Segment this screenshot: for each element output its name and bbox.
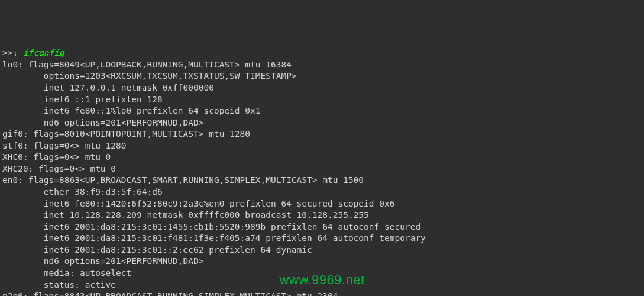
output-line: inet 127.0.0.1 netmask 0xff000000 xyxy=(2,83,214,92)
output-line: status: active xyxy=(2,280,116,289)
output-line: inet 10.128.228.209 netmask 0xffffc000 b… xyxy=(2,210,369,220)
terminal-output[interactable]: >>: ifconfig lo0: flags=8049<UP,LOOPBACK… xyxy=(2,47,642,296)
output-line: inet6 2001:da8:215:3c01:f481:1f3e:f405:a… xyxy=(2,233,426,243)
output-line: inet6 2001:da8:215:3c01::2:ec62 prefixle… xyxy=(2,245,312,255)
output-line: p2p0: flags=8843<UP,BROADCAST,RUNNING,SI… xyxy=(2,291,338,296)
output-line: media: autoselect xyxy=(2,268,131,278)
output-line: lo0: flags=8049<UP,LOOPBACK,RUNNING,MULT… xyxy=(2,60,292,69)
output-line: nd6 options=201<PERFORMNUD,DAD> xyxy=(2,256,203,266)
output-line: inet6 ::1 prefixlen 128 xyxy=(2,95,163,104)
output-line: stf0: flags=0<> mtu 1280 xyxy=(2,141,127,150)
output-line: gif0: flags=8010<POINTOPOINT,MULTICAST> … xyxy=(2,129,250,139)
command-text: ifconfig xyxy=(23,48,64,57)
output-line: options=1203<RXCSUM,TXCSUM,TXSTATUS,SW_T… xyxy=(2,71,297,81)
output-line: inet6 2001:da8:215:3c01:1455:cb1b:5520:9… xyxy=(2,222,420,231)
watermark-text: www.9969.net xyxy=(279,271,364,289)
output-line: ether 38:f9:d3:5f:64:d6 xyxy=(2,187,163,197)
output-line: en0: flags=8863<UP,BROADCAST,SMART,RUNNI… xyxy=(2,175,364,185)
output-line: XHC20: flags=0<> mtu 0 xyxy=(2,164,116,173)
output-line: inet6 fe80::1420:6f52:80c9:2a3c%en0 pref… xyxy=(2,199,394,208)
output-line: nd6 options=201<PERFORMNUD,DAD> xyxy=(2,118,203,127)
prompt-symbol: >>: xyxy=(2,48,23,57)
output-line: XHC0: flags=0<> mtu 0 xyxy=(2,152,111,162)
output-line: inet6 fe80::1%lo0 prefixlen 64 scopeid 0… xyxy=(2,106,261,115)
